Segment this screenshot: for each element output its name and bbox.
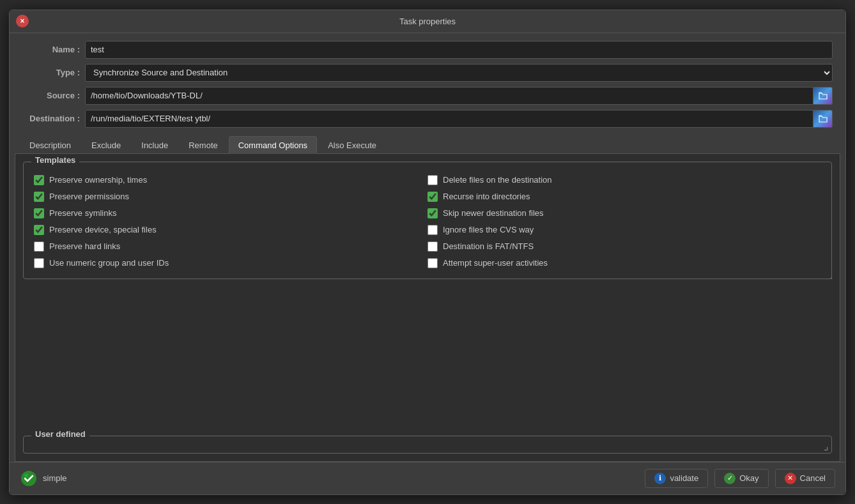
use-numeric-ids-checkbox[interactable] bbox=[34, 258, 44, 268]
cancel-button[interactable]: ✕ Cancel bbox=[775, 469, 835, 488]
checkbox-preserve-device: Preserve device, special files bbox=[34, 225, 427, 235]
use-numeric-ids-label[interactable]: Use numeric group and user IDs bbox=[49, 258, 169, 268]
delete-destination-label[interactable]: Delete files on the destination bbox=[443, 175, 552, 185]
form-area: Name : Type : Synchronize Source and Des… bbox=[10, 33, 845, 133]
preserve-permissions-checkbox[interactable] bbox=[34, 192, 44, 202]
preserve-symlinks-checkbox[interactable] bbox=[34, 208, 44, 218]
type-select[interactable]: Synchronize Source and Destination Copy … bbox=[85, 64, 833, 82]
name-label: Name : bbox=[22, 45, 80, 54]
templates-section-label: Templates bbox=[31, 155, 79, 165]
tab-exclude[interactable]: Exclude bbox=[82, 136, 130, 154]
svg-point-0 bbox=[21, 471, 36, 486]
attempt-superuser-label[interactable]: Attempt super-user activities bbox=[443, 258, 548, 268]
tab-remote[interactable]: Remote bbox=[179, 136, 227, 154]
preserve-symlinks-label[interactable]: Preserve symlinks bbox=[49, 208, 116, 218]
validate-icon: ℹ bbox=[654, 473, 666, 484]
type-select-wrapper: Synchronize Source and Destination Copy … bbox=[85, 64, 833, 82]
cancel-icon: ✕ bbox=[785, 473, 796, 484]
recurse-directories-label[interactable]: Recurse into directories bbox=[443, 192, 530, 201]
okay-label: Okay bbox=[739, 473, 759, 483]
destination-input-group bbox=[85, 110, 833, 128]
preserve-hard-links-label[interactable]: Preserve hard links bbox=[49, 241, 120, 251]
checkboxes-area: Preserve ownership, times Preserve permi… bbox=[24, 162, 831, 279]
validate-button[interactable]: ℹ validate bbox=[645, 469, 708, 488]
checkbox-ignore-cvs: Ignore files the CVS way bbox=[427, 225, 821, 235]
tab-command-options[interactable]: Command Options bbox=[229, 136, 317, 154]
tabs-bar: Description Exclude Include Remote Comma… bbox=[15, 135, 840, 154]
type-label: Type : bbox=[22, 68, 80, 77]
ignore-cvs-label[interactable]: Ignore files the CVS way bbox=[443, 225, 534, 234]
checkbox-use-numeric-ids: Use numeric group and user IDs bbox=[34, 258, 427, 268]
recurse-directories-checkbox[interactable] bbox=[427, 192, 438, 202]
validate-label: validate bbox=[670, 473, 698, 483]
checkbox-delete-destination: Delete files on the destination bbox=[427, 175, 821, 185]
preserve-ownership-checkbox[interactable] bbox=[34, 175, 44, 185]
templates-section: Templates Preserve ownership, times Pres… bbox=[23, 162, 832, 279]
footer: simple ℹ validate ✓ Okay ✕ Cancel bbox=[10, 462, 845, 494]
okay-icon: ✓ bbox=[724, 473, 736, 484]
source-browse-button[interactable] bbox=[813, 87, 833, 105]
checkbox-destination-fat: Destination is FAT/NTFS bbox=[427, 241, 821, 252]
ignore-cvs-checkbox[interactable] bbox=[427, 225, 438, 235]
close-button[interactable]: × bbox=[16, 15, 29, 27]
preserve-ownership-label[interactable]: Preserve ownership, times bbox=[49, 175, 147, 185]
tab-include[interactable]: Include bbox=[132, 136, 178, 154]
checkbox-recurse-directories: Recurse into directories bbox=[427, 192, 821, 202]
checkbox-attempt-superuser: Attempt super-user activities bbox=[427, 258, 821, 268]
name-row: Name : bbox=[22, 41, 833, 59]
checkbox-preserve-ownership: Preserve ownership, times bbox=[34, 175, 427, 185]
source-input[interactable] bbox=[85, 87, 813, 105]
destination-browse-button[interactable] bbox=[813, 110, 833, 128]
preserve-permissions-label[interactable]: Preserve permissions bbox=[49, 192, 129, 201]
destination-fat-label[interactable]: Destination is FAT/NTFS bbox=[443, 241, 534, 251]
destination-fat-checkbox[interactable] bbox=[427, 241, 438, 252]
footer-left: simple bbox=[20, 470, 67, 487]
tab-content: Templates Preserve ownership, times Pres… bbox=[15, 154, 840, 462]
user-defined-section: User defined ⌟ bbox=[23, 436, 832, 454]
name-input[interactable] bbox=[85, 41, 833, 59]
dialog: × Task properties Name : Type : Synchron… bbox=[9, 10, 846, 495]
right-checkbox-column: Delete files on the destination Recurse … bbox=[427, 175, 821, 268]
folder-icon bbox=[818, 91, 828, 101]
preserve-hard-links-checkbox[interactable] bbox=[34, 241, 44, 252]
attempt-superuser-checkbox[interactable] bbox=[427, 258, 438, 268]
user-defined-corner: ⌟ bbox=[824, 441, 829, 452]
checkbox-skip-newer: Skip newer destination files bbox=[427, 208, 821, 218]
titlebar: × Task properties bbox=[10, 10, 845, 33]
okay-button[interactable]: ✓ Okay bbox=[714, 469, 768, 488]
preserve-device-checkbox[interactable] bbox=[34, 225, 44, 235]
preserve-device-label[interactable]: Preserve device, special files bbox=[49, 225, 157, 234]
mode-label: simple bbox=[43, 473, 67, 483]
content-spacer bbox=[15, 279, 840, 428]
tab-description[interactable]: Description bbox=[20, 136, 81, 154]
checkbox-preserve-permissions: Preserve permissions bbox=[34, 192, 427, 202]
destination-input[interactable] bbox=[85, 110, 813, 128]
left-checkbox-column: Preserve ownership, times Preserve permi… bbox=[34, 175, 427, 268]
type-row: Type : Synchronize Source and Destinatio… bbox=[22, 64, 833, 82]
destination-label: Destination : bbox=[22, 114, 80, 123]
destination-row: Destination : bbox=[22, 110, 833, 128]
simple-mode-icon bbox=[20, 470, 38, 487]
delete-destination-checkbox[interactable] bbox=[427, 175, 438, 185]
folder-icon-dest bbox=[818, 114, 828, 124]
user-defined-label: User defined bbox=[31, 429, 89, 439]
source-row: Source : bbox=[22, 87, 833, 105]
checkbox-preserve-symlinks: Preserve symlinks bbox=[34, 208, 427, 218]
skip-newer-label[interactable]: Skip newer destination files bbox=[443, 208, 544, 218]
source-input-group bbox=[85, 87, 833, 105]
dialog-title: Task properties bbox=[399, 17, 456, 26]
tab-also-execute[interactable]: Also Execute bbox=[318, 136, 386, 154]
footer-right: ℹ validate ✓ Okay ✕ Cancel bbox=[645, 469, 835, 488]
source-label: Source : bbox=[22, 91, 80, 100]
cancel-label: Cancel bbox=[800, 473, 826, 483]
skip-newer-checkbox[interactable] bbox=[427, 208, 438, 218]
checkbox-preserve-hard-links: Preserve hard links bbox=[34, 241, 427, 252]
